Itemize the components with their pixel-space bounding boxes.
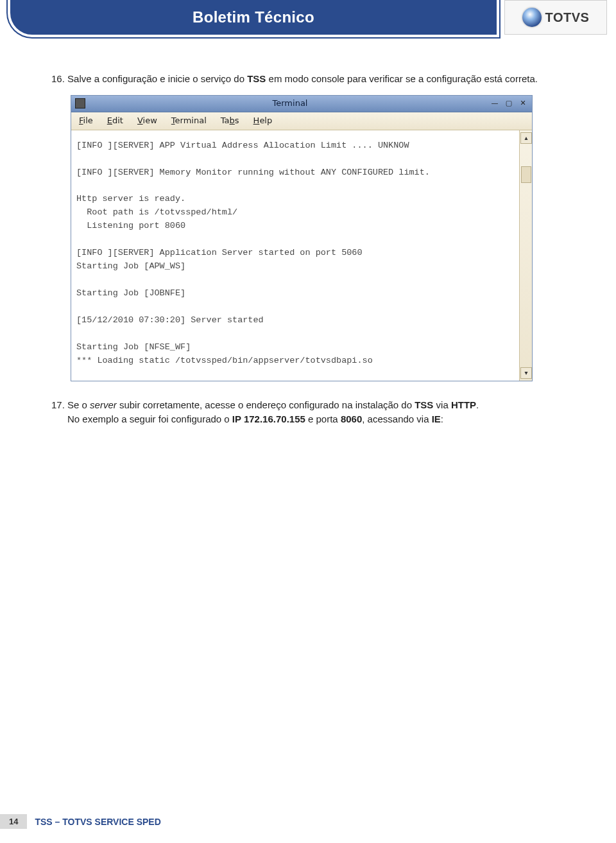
terminal-body: [INFO ][SERVER] APP Virtual Address Allo… xyxy=(71,130,532,381)
menu-file[interactable]: File xyxy=(79,115,93,127)
scroll-thumb[interactable] xyxy=(521,166,531,183)
scroll-down-icon[interactable]: ▾ xyxy=(520,367,532,379)
terminal-window: Terminal — ▢ ✕ File Edit View Terminal T… xyxy=(71,95,533,381)
document-header: Boletim Técnico TOTVS xyxy=(0,0,616,46)
menu-view[interactable]: View xyxy=(137,115,157,127)
page-content: 16. Salve a configuração e inicie o serv… xyxy=(0,46,616,426)
scroll-up-icon[interactable]: ▴ xyxy=(520,132,532,144)
item-number: 17. xyxy=(51,399,65,410)
page-number: 14 xyxy=(0,814,27,829)
text: Salve a configuração e inicie o serviço … xyxy=(67,73,247,84)
header-title: Boletim Técnico xyxy=(193,8,314,26)
menu-help[interactable]: Help xyxy=(253,115,273,127)
minimize-icon[interactable]: — xyxy=(490,99,500,108)
terminal-titlebar: Terminal — ▢ ✕ xyxy=(71,96,532,112)
item-number: 16. xyxy=(51,73,65,84)
footer-title: TSS – TOTVS SERVICE SPED xyxy=(35,817,160,827)
header-pill: Boletim Técnico xyxy=(10,0,497,35)
text: e porta xyxy=(305,413,341,424)
text: em modo console para verificar se a conf… xyxy=(266,73,538,84)
bold-tss: TSS xyxy=(415,399,433,410)
italic-server: server xyxy=(90,399,117,410)
bold-port: 8060 xyxy=(341,413,362,424)
text: Se o xyxy=(67,399,90,410)
text: No exemplo a seguir foi configurado o xyxy=(67,413,232,424)
bold-http: HTTP xyxy=(451,399,476,410)
terminal-icon xyxy=(75,98,85,109)
text: . xyxy=(476,399,479,410)
bold-ie: IE xyxy=(432,413,441,424)
page-footer: 14 TSS – TOTVS SERVICE SPED xyxy=(0,814,616,829)
globe-icon xyxy=(522,8,542,27)
window-buttons: — ▢ ✕ xyxy=(490,99,528,108)
terminal-output: [INFO ][SERVER] APP Virtual Address Allo… xyxy=(71,130,519,381)
terminal-title: Terminal xyxy=(90,98,490,110)
text: via xyxy=(433,399,451,410)
menu-terminal[interactable]: Terminal xyxy=(171,115,207,127)
menu-tabs[interactable]: Tabs xyxy=(221,115,239,127)
bold-ip: IP 172.16.70.155 xyxy=(232,413,305,424)
close-icon[interactable]: ✕ xyxy=(518,99,528,108)
maximize-icon[interactable]: ▢ xyxy=(504,99,514,108)
list-item-17: 17. Se o server subir corretamente, aces… xyxy=(51,398,565,426)
bold-tss: TSS xyxy=(247,73,266,84)
totvs-logo: TOTVS xyxy=(504,0,607,35)
text: subir corretamente, acesse o endereço co… xyxy=(117,399,415,410)
text: : xyxy=(441,413,443,424)
scrollbar[interactable]: ▴ ▾ xyxy=(519,130,532,381)
menu-edit[interactable]: Edit xyxy=(107,115,123,127)
text: , acessando via xyxy=(362,413,431,424)
logo-text: TOTVS xyxy=(545,10,590,25)
terminal-menubar: File Edit View Terminal Tabs Help xyxy=(71,112,532,130)
list-item-16: 16. Salve a configuração e inicie o serv… xyxy=(51,72,565,86)
